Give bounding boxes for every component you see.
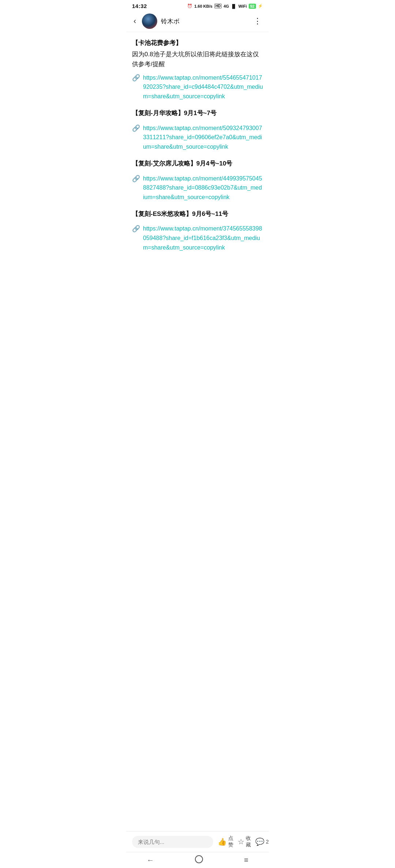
link-icon-3: 🔗 [132, 175, 140, 183]
post-content: 【卡池花费参考】 因为0.8池子是大坑所以依旧将此链接放在这仅供参考/提醒 🔗 … [126, 32, 269, 289]
link-icon-2: 🔗 [132, 124, 140, 132]
status-icons: ⏰ 1.60 KB/s HD 4G ▐▌ WiFi 92 ⚡ [187, 4, 263, 9]
section3-link[interactable]: https://www.taptap.cn/moment/44993957504… [143, 174, 263, 202]
section1-text: 因为0.8池子是大坑所以依旧将此链接放在这仅供参考/提醒 [132, 49, 263, 69]
section-esmiyou: 【复刻-ES米悠攻略】9月6号~11号 🔗 https://www.taptap… [132, 209, 263, 252]
section1-heading: 【卡池花费参考】 [132, 38, 263, 48]
more-button[interactable]: ⋮ [251, 16, 264, 27]
alarm-icon: ⏰ [187, 4, 192, 8]
section4-link-block[interactable]: 🔗 https://www.taptap.cn/moment/374565558… [132, 224, 263, 252]
back-button[interactable]: ‹ [131, 16, 138, 27]
network-icon: 4G [223, 4, 229, 8]
nav-bar: ‹ 铃木ボ ⋮ [126, 11, 269, 32]
section1-link[interactable]: https://www.taptap.cn/moment/55465547101… [143, 73, 263, 101]
section3-heading: 【复刻-艾尔席儿攻略】9月4号~10号 [132, 159, 263, 168]
section2-link[interactable]: https://www.taptap.cn/moment/50932479300… [143, 123, 263, 152]
section3-link-block[interactable]: 🔗 https://www.taptap.cn/moment/449939575… [132, 174, 263, 202]
battery-indicator: 92 [249, 4, 256, 9]
signal-icon: ▐▌ [231, 4, 237, 8]
section2-link-block[interactable]: 🔗 https://www.taptap.cn/moment/509324793… [132, 123, 263, 152]
section-card-pool: 【卡池花费参考】 因为0.8池子是大坑所以依旧将此链接放在这仅供参考/提醒 🔗 … [132, 38, 263, 101]
section4-link[interactable]: https://www.taptap.cn/moment/37456555839… [143, 224, 263, 252]
avatar[interactable] [142, 14, 157, 29]
status-bar: 14:32 ⏰ 1.60 KB/s HD 4G ▐▌ WiFi 92 ⚡ [126, 0, 269, 11]
section1-link-block[interactable]: 🔗 https://www.taptap.cn/moment/554655471… [132, 73, 263, 101]
link-icon-1: 🔗 [132, 74, 140, 82]
speed-indicator: 1.60 KB/s [194, 4, 212, 8]
username-label: 铃木ボ [161, 17, 248, 26]
link-icon-4: 🔗 [132, 225, 140, 233]
wifi-icon: WiFi [238, 4, 247, 8]
section4-heading: 【复刻-ES米悠攻略】9月6号~11号 [132, 209, 263, 219]
status-time: 14:32 [132, 3, 147, 9]
bolt-icon: ⚡ [258, 4, 263, 8]
section-yuehua: 【复刻-月华攻略】9月1号~7号 🔗 https://www.taptap.cn… [132, 108, 263, 151]
section-aierxier: 【复刻-艾尔席儿攻略】9月4号~10号 🔗 https://www.taptap… [132, 159, 263, 202]
hd-badge: HD [214, 4, 222, 8]
section2-heading: 【复刻-月华攻略】9月1号~7号 [132, 108, 263, 118]
